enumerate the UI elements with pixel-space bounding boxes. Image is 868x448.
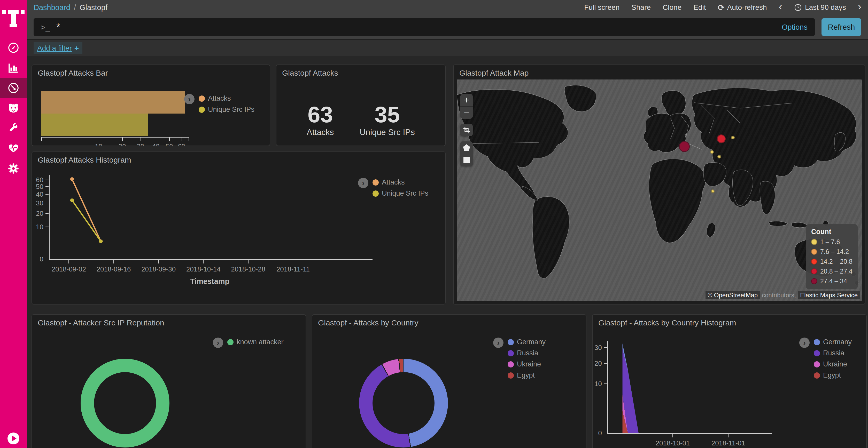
map-marker[interactable] bbox=[711, 189, 715, 193]
auto-refresh-button[interactable]: ⟳ Auto-refresh bbox=[718, 3, 767, 12]
map-marker-germany[interactable] bbox=[679, 141, 690, 152]
sidebar bbox=[0, 0, 27, 448]
panel-title: Glastopf - Attacks by Country bbox=[318, 318, 418, 327]
share-button[interactable]: Share bbox=[631, 3, 651, 12]
legend-label: Russia bbox=[517, 349, 538, 357]
map-zoom-group: + − bbox=[460, 94, 473, 119]
legend-toggle-icon[interactable]: › bbox=[358, 178, 368, 188]
attack-map[interactable]: + − bbox=[457, 79, 862, 301]
dashboard-grid: Glastopf Attacks Bar 102030405060 ›Attac… bbox=[27, 56, 868, 448]
breadcrumb-dashboard-link[interactable]: Dashboard bbox=[34, 3, 70, 12]
y-tick-mark bbox=[604, 433, 607, 433]
refresh-button[interactable]: Refresh bbox=[822, 18, 861, 36]
legend-item[interactable]: Unique Src IPs bbox=[199, 106, 254, 113]
map-legend-item: 27.4 – 34 bbox=[811, 277, 852, 285]
legend-toggle-icon[interactable]: › bbox=[799, 338, 810, 348]
legend-item[interactable]: Germany bbox=[507, 338, 546, 346]
donut-chart[interactable] bbox=[359, 359, 448, 447]
full-screen-button[interactable]: Full screen bbox=[584, 3, 619, 12]
legend-item[interactable]: Attacks bbox=[199, 95, 254, 102]
map-draw-rectangle-button[interactable] bbox=[460, 154, 473, 166]
map-zoom-in-button[interactable]: + bbox=[460, 94, 473, 106]
edit-button[interactable]: Edit bbox=[693, 3, 706, 12]
map-fit-bounds-button[interactable] bbox=[460, 124, 473, 136]
legend-item[interactable]: Unique Src IPs bbox=[373, 189, 428, 198]
search-input[interactable]: >_ * Options bbox=[34, 18, 815, 36]
map-legend-label: 14.2 – 20.8 bbox=[820, 258, 852, 265]
map-legend-item: 14.2 – 20.8 bbox=[811, 258, 852, 265]
x-tick-label: 2018-10-01 bbox=[656, 439, 690, 447]
bear-icon bbox=[7, 102, 20, 114]
map-marker[interactable] bbox=[710, 150, 714, 154]
sidebar-item-devtools[interactable] bbox=[0, 118, 27, 138]
x-tick-mark bbox=[158, 260, 159, 264]
map-marker[interactable] bbox=[731, 136, 735, 139]
legend-label: Germany bbox=[517, 338, 546, 346]
legend-toggle-icon[interactable]: › bbox=[493, 338, 503, 348]
bars bbox=[41, 91, 185, 136]
map-legend-item: 7.6 – 14.2 bbox=[811, 248, 852, 255]
panel-attack-map: Glastopf Attack Map bbox=[453, 65, 865, 305]
add-filter-link[interactable]: Add a filter + bbox=[34, 42, 83, 54]
sidebar-item-discover[interactable] bbox=[0, 38, 27, 58]
legend-item[interactable]: Russia bbox=[507, 349, 546, 357]
time-picker[interactable]: Last 90 days bbox=[794, 3, 846, 12]
auto-refresh-label: Auto-refresh bbox=[727, 3, 767, 12]
x-tick-label: 2018-11-01 bbox=[711, 439, 745, 447]
bar-unique-src-ips[interactable] bbox=[41, 113, 148, 136]
time-range-label: Last 90 days bbox=[805, 3, 846, 12]
legend-color-dot bbox=[814, 372, 820, 379]
map-controls: + − bbox=[460, 94, 473, 166]
x-tick-label: 2018-09-30 bbox=[141, 265, 176, 273]
map-draw-polygon-button[interactable] bbox=[460, 141, 473, 154]
x-tick-mark bbox=[728, 434, 728, 438]
legend-toggle-icon[interactable]: › bbox=[184, 94, 194, 104]
bar-attacks[interactable] bbox=[41, 91, 185, 113]
map-marker[interactable] bbox=[717, 155, 721, 159]
legend-item[interactable]: Russia bbox=[814, 349, 852, 357]
x-tick-mark bbox=[68, 260, 69, 264]
x-axis-line bbox=[607, 433, 772, 434]
legend-item[interactable]: Egypt bbox=[814, 371, 852, 379]
legend-item[interactable]: Ukraine bbox=[814, 360, 852, 368]
clone-button[interactable]: Clone bbox=[663, 3, 681, 12]
map-zoom-out-button[interactable]: − bbox=[460, 106, 473, 119]
map-legend-label: 20.8 – 27.4 bbox=[820, 268, 852, 275]
x-tick-mark bbox=[673, 434, 673, 438]
x-tick-label: 40 bbox=[152, 142, 160, 146]
legend-item[interactable]: Egypt bbox=[507, 371, 546, 379]
panel-attacks-bar: Glastopf Attacks Bar 102030405060 ›Attac… bbox=[32, 65, 270, 146]
legend-color-dot bbox=[373, 191, 379, 197]
y-tick-mark bbox=[45, 227, 49, 227]
breadcrumb-separator: / bbox=[74, 3, 76, 12]
filter-bar: Add a filter + bbox=[27, 39, 868, 56]
time-forward-button[interactable]: › bbox=[858, 1, 861, 14]
x-axis-line bbox=[49, 259, 373, 260]
map-legend-title: Count bbox=[811, 228, 852, 236]
time-back-button[interactable]: ‹ bbox=[779, 1, 782, 14]
map-attribution-link[interactable]: © OpenStreetMap bbox=[706, 291, 760, 299]
sidebar-item-visualize[interactable] bbox=[0, 58, 27, 78]
sidebar-item-honeypot[interactable] bbox=[0, 98, 27, 118]
map-marker-russia[interactable] bbox=[717, 134, 726, 143]
legend-toggle-icon[interactable]: › bbox=[213, 338, 223, 348]
telekom-logo[interactable] bbox=[0, 0, 27, 33]
legend-item[interactable]: Attacks bbox=[373, 178, 428, 186]
heartbeat-icon bbox=[7, 142, 20, 154]
legend-label: Russia bbox=[823, 349, 844, 357]
legend-item[interactable]: Ukraine bbox=[507, 360, 546, 368]
sidebar-item-management[interactable] bbox=[0, 159, 27, 179]
sidebar-expand-button[interactable] bbox=[7, 433, 20, 444]
legend-rows: GermanyRussiaUkraineEgypt bbox=[507, 338, 546, 379]
y-tick-label: 30 bbox=[36, 199, 43, 207]
x-tick-label: 2018-09-16 bbox=[97, 265, 131, 273]
legend-item[interactable]: known attacker bbox=[227, 338, 284, 346]
legend-rows: AttacksUnique Src IPs bbox=[199, 94, 254, 113]
sidebar-item-dashboard[interactable] bbox=[0, 78, 27, 98]
donut-chart[interactable] bbox=[81, 359, 169, 447]
pentagon-icon bbox=[463, 144, 470, 151]
map-attribution-link[interactable]: Elastic Maps Service bbox=[798, 291, 860, 299]
options-link[interactable]: Options bbox=[782, 23, 808, 32]
sidebar-item-monitoring[interactable] bbox=[0, 138, 27, 159]
legend-item[interactable]: Germany bbox=[814, 338, 852, 346]
